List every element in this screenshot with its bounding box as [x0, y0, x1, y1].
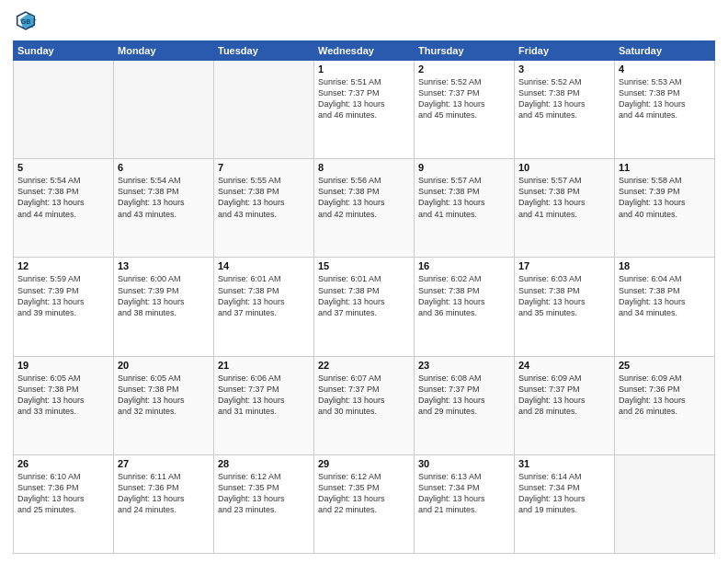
day-info: Sunrise: 6:02 AM Sunset: 7:38 PM Dayligh…	[418, 273, 510, 318]
day-info: Sunrise: 5:58 AM Sunset: 7:39 PM Dayligh…	[619, 175, 711, 220]
calendar-cell: 4Sunrise: 5:53 AM Sunset: 7:38 PM Daylig…	[615, 61, 715, 159]
calendar-cell: 12Sunrise: 5:59 AM Sunset: 7:39 PM Dayli…	[14, 258, 114, 356]
day-number: 1	[318, 63, 410, 75]
day-number: 23	[418, 360, 510, 371]
calendar-cell: 1Sunrise: 5:51 AM Sunset: 7:37 PM Daylig…	[314, 61, 415, 159]
day-info: Sunrise: 6:04 AM Sunset: 7:38 PM Dayligh…	[619, 273, 711, 318]
calendar-week-2: 12Sunrise: 5:59 AM Sunset: 7:39 PM Dayli…	[14, 258, 715, 356]
day-info: Sunrise: 6:09 AM Sunset: 7:37 PM Dayligh…	[518, 373, 610, 418]
calendar-week-3: 19Sunrise: 6:05 AM Sunset: 7:38 PM Dayli…	[14, 356, 715, 454]
day-info: Sunrise: 5:52 AM Sunset: 7:37 PM Dayligh…	[418, 76, 510, 121]
day-number: 20	[118, 360, 210, 371]
svg-text:GB: GB	[21, 18, 31, 25]
day-number: 28	[218, 458, 310, 469]
day-number: 22	[318, 360, 410, 371]
day-number: 6	[118, 162, 210, 173]
calendar-cell: 16Sunrise: 6:02 AM Sunset: 7:38 PM Dayli…	[415, 258, 515, 356]
calendar: SundayMondayTuesdayWednesdayThursdayFrid…	[13, 40, 715, 554]
day-info: Sunrise: 5:57 AM Sunset: 7:38 PM Dayligh…	[418, 175, 510, 220]
day-number: 2	[418, 63, 510, 75]
day-number: 15	[318, 260, 410, 271]
day-number: 11	[619, 162, 711, 173]
calendar-cell: 6Sunrise: 5:54 AM Sunset: 7:38 PM Daylig…	[114, 159, 214, 258]
day-info: Sunrise: 6:01 AM Sunset: 7:38 PM Dayligh…	[318, 273, 410, 318]
header: GB	[13, 9, 715, 35]
day-info: Sunrise: 5:51 AM Sunset: 7:37 PM Dayligh…	[318, 76, 410, 121]
day-number: 10	[518, 162, 610, 173]
calendar-cell: 18Sunrise: 6:04 AM Sunset: 7:38 PM Dayli…	[615, 258, 715, 356]
calendar-cell: 29Sunrise: 6:12 AM Sunset: 7:35 PM Dayli…	[314, 454, 415, 553]
calendar-cell: 21Sunrise: 6:06 AM Sunset: 7:37 PM Dayli…	[214, 356, 314, 454]
day-info: Sunrise: 5:54 AM Sunset: 7:38 PM Dayligh…	[17, 175, 109, 220]
day-number: 19	[17, 360, 109, 371]
day-number: 12	[17, 260, 109, 271]
logo: GB	[13, 9, 42, 35]
day-number: 24	[518, 360, 610, 371]
calendar-cell: 30Sunrise: 6:13 AM Sunset: 7:34 PM Dayli…	[415, 454, 515, 553]
day-number: 9	[418, 162, 510, 173]
day-number: 16	[418, 260, 510, 271]
calendar-cell: 28Sunrise: 6:12 AM Sunset: 7:35 PM Dayli…	[214, 454, 314, 553]
calendar-cell: 15Sunrise: 6:01 AM Sunset: 7:38 PM Dayli…	[314, 258, 415, 356]
day-info: Sunrise: 5:59 AM Sunset: 7:39 PM Dayligh…	[17, 273, 109, 318]
day-number: 29	[318, 458, 410, 469]
day-number: 3	[518, 63, 610, 75]
calendar-header-row: SundayMondayTuesdayWednesdayThursdayFrid…	[14, 41, 715, 61]
calendar-header-monday: Monday	[114, 41, 214, 61]
calendar-cell: 25Sunrise: 6:09 AM Sunset: 7:36 PM Dayli…	[615, 356, 715, 454]
day-number: 14	[218, 260, 310, 271]
calendar-cell	[114, 61, 214, 159]
calendar-cell: 8Sunrise: 5:56 AM Sunset: 7:38 PM Daylig…	[314, 159, 415, 258]
calendar-cell: 22Sunrise: 6:07 AM Sunset: 7:37 PM Dayli…	[314, 356, 415, 454]
calendar-cell	[214, 61, 314, 159]
day-info: Sunrise: 6:03 AM Sunset: 7:38 PM Dayligh…	[518, 273, 610, 318]
day-info: Sunrise: 6:07 AM Sunset: 7:37 PM Dayligh…	[318, 373, 410, 418]
calendar-cell: 9Sunrise: 5:57 AM Sunset: 7:38 PM Daylig…	[415, 159, 515, 258]
day-info: Sunrise: 5:54 AM Sunset: 7:38 PM Dayligh…	[118, 175, 210, 220]
calendar-header-sunday: Sunday	[14, 41, 114, 61]
day-info: Sunrise: 6:09 AM Sunset: 7:36 PM Dayligh…	[619, 373, 711, 418]
day-info: Sunrise: 5:52 AM Sunset: 7:38 PM Dayligh…	[518, 76, 610, 121]
day-number: 17	[518, 260, 610, 271]
calendar-cell: 26Sunrise: 6:10 AM Sunset: 7:36 PM Dayli…	[14, 454, 114, 553]
calendar-cell: 19Sunrise: 6:05 AM Sunset: 7:38 PM Dayli…	[14, 356, 114, 454]
calendar-header-tuesday: Tuesday	[214, 41, 314, 61]
day-info: Sunrise: 6:05 AM Sunset: 7:38 PM Dayligh…	[118, 373, 210, 418]
day-number: 8	[318, 162, 410, 173]
day-info: Sunrise: 5:55 AM Sunset: 7:38 PM Dayligh…	[218, 175, 310, 220]
day-info: Sunrise: 6:13 AM Sunset: 7:34 PM Dayligh…	[418, 471, 510, 516]
day-number: 4	[619, 63, 711, 75]
day-info: Sunrise: 6:14 AM Sunset: 7:34 PM Dayligh…	[518, 471, 610, 516]
calendar-cell: 5Sunrise: 5:54 AM Sunset: 7:38 PM Daylig…	[14, 159, 114, 258]
page: GB SundayMondayTuesdayWednesdayThursdayF…	[0, 0, 728, 563]
day-number: 18	[619, 260, 711, 271]
calendar-week-0: 1Sunrise: 5:51 AM Sunset: 7:37 PM Daylig…	[14, 61, 715, 159]
calendar-week-1: 5Sunrise: 5:54 AM Sunset: 7:38 PM Daylig…	[14, 159, 715, 258]
day-info: Sunrise: 6:10 AM Sunset: 7:36 PM Dayligh…	[17, 471, 109, 516]
day-info: Sunrise: 6:06 AM Sunset: 7:37 PM Dayligh…	[218, 373, 310, 418]
calendar-week-4: 26Sunrise: 6:10 AM Sunset: 7:36 PM Dayli…	[14, 454, 715, 553]
calendar-header-saturday: Saturday	[615, 41, 715, 61]
day-info: Sunrise: 6:11 AM Sunset: 7:36 PM Dayligh…	[118, 471, 210, 516]
calendar-cell: 2Sunrise: 5:52 AM Sunset: 7:37 PM Daylig…	[415, 61, 515, 159]
calendar-cell: 31Sunrise: 6:14 AM Sunset: 7:34 PM Dayli…	[515, 454, 615, 553]
day-info: Sunrise: 6:12 AM Sunset: 7:35 PM Dayligh…	[218, 471, 310, 516]
day-number: 13	[118, 260, 210, 271]
calendar-cell: 23Sunrise: 6:08 AM Sunset: 7:37 PM Dayli…	[415, 356, 515, 454]
day-number: 7	[218, 162, 310, 173]
day-info: Sunrise: 5:56 AM Sunset: 7:38 PM Dayligh…	[318, 175, 410, 220]
calendar-header-thursday: Thursday	[415, 41, 515, 61]
day-number: 30	[418, 458, 510, 469]
day-info: Sunrise: 6:08 AM Sunset: 7:37 PM Dayligh…	[418, 373, 510, 418]
calendar-cell: 27Sunrise: 6:11 AM Sunset: 7:36 PM Dayli…	[114, 454, 214, 553]
day-info: Sunrise: 6:12 AM Sunset: 7:35 PM Dayligh…	[318, 471, 410, 516]
calendar-cell: 13Sunrise: 6:00 AM Sunset: 7:39 PM Dayli…	[114, 258, 214, 356]
day-info: Sunrise: 5:57 AM Sunset: 7:38 PM Dayligh…	[518, 175, 610, 220]
day-number: 27	[118, 458, 210, 469]
calendar-cell: 10Sunrise: 5:57 AM Sunset: 7:38 PM Dayli…	[515, 159, 615, 258]
calendar-cell: 3Sunrise: 5:52 AM Sunset: 7:38 PM Daylig…	[515, 61, 615, 159]
calendar-cell: 17Sunrise: 6:03 AM Sunset: 7:38 PM Dayli…	[515, 258, 615, 356]
calendar-cell: 24Sunrise: 6:09 AM Sunset: 7:37 PM Dayli…	[515, 356, 615, 454]
day-number: 21	[218, 360, 310, 371]
calendar-header-friday: Friday	[515, 41, 615, 61]
